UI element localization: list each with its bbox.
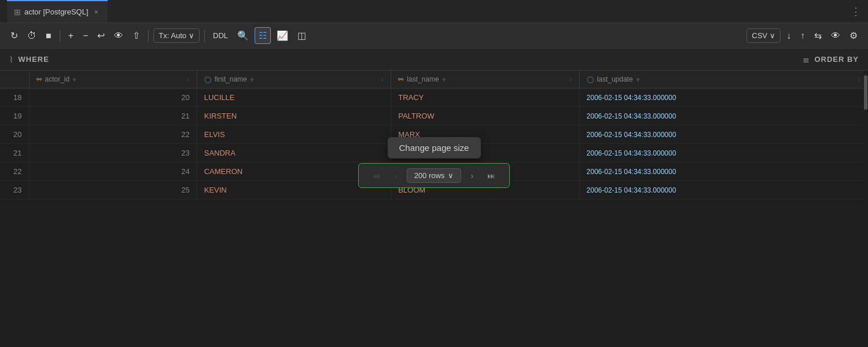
import-button[interactable]: ⇆ [811, 28, 825, 43]
last-name-filter-icon[interactable]: ▿ [443, 76, 446, 83]
pagination-overlay: Change page size ⏮ ‹ 200 rows ∨ › ⏭ [358, 137, 510, 188]
row-num-cell: 23 [0, 181, 29, 200]
last-page-button[interactable]: ⏭ [483, 169, 500, 183]
search-button[interactable]: 🔍 [234, 28, 252, 43]
order-icon: ≣ [803, 55, 810, 64]
col-header-first_name[interactable]: ◯ first_name ▿ ↕ [197, 71, 391, 88]
last-update-cell: 2006-02-15 04:34:33.000000 [579, 163, 867, 181]
order-by-label: ORDER BY [814, 55, 859, 64]
last-name-sort-icon[interactable]: ↕ [569, 76, 572, 83]
first-name-sort-icon[interactable]: ↕ [381, 76, 384, 83]
eye2-button[interactable]: 👁 [111, 28, 127, 43]
history-button[interactable]: ⏱ [24, 28, 40, 43]
actor-id-cell: 22 [29, 125, 197, 144]
tab-title: actor [PostgreSQL] [24, 8, 89, 16]
col-label-actor-id: actor_id [45, 75, 70, 83]
separator-1 [60, 30, 60, 42]
undo-button[interactable]: ↩ [94, 28, 108, 43]
last-update-sort-icon[interactable]: ↕ [858, 76, 860, 83]
vertical-scrollbar[interactable] [863, 71, 868, 200]
table-header-row: ⚯ actor_id ▿ ↕ ◯ first_name ▿ ↕ [0, 71, 868, 88]
upload-button[interactable]: ⇧ [129, 28, 144, 43]
refresh-button[interactable]: ↻ [7, 28, 21, 43]
download-button[interactable]: ↓ [783, 28, 795, 43]
settings-button[interactable]: ⚙ [846, 28, 861, 43]
last-update-filter-icon[interactable]: ▿ [637, 76, 639, 83]
csv-label: CSV [752, 31, 767, 40]
col-label-last-name: last_name [407, 75, 439, 83]
csv-dropdown[interactable]: CSV ∨ [746, 28, 781, 43]
last-name-cell: PALTROW [391, 107, 579, 125]
first-page-button[interactable]: ⏮ [368, 169, 385, 183]
table-row[interactable]: 19 21 KIRSTEN PALTROW 2006-02-15 04:34:3… [0, 107, 868, 125]
chart-button[interactable]: 📈 [273, 28, 292, 43]
first-name-cell: KIRSTEN [197, 107, 391, 125]
add-row-button[interactable]: + [65, 28, 77, 43]
next-page-button[interactable]: › [466, 169, 478, 183]
first-name-cell: LUCILLE [197, 88, 391, 107]
actor-id-cell: 21 [29, 107, 197, 125]
last-update-cell: 2006-02-15 04:34:33.000000 [579, 107, 867, 125]
view-button[interactable]: 👁 [827, 28, 844, 43]
tab-bar-more-button[interactable]: ⋮ [851, 5, 861, 18]
pagination-bar: ⏮ ‹ 200 rows ∨ › ⏭ [358, 163, 510, 188]
where-label: WHERE [19, 55, 49, 64]
actor-id-cell: 25 [29, 181, 197, 200]
actor-id-cell: 24 [29, 163, 197, 181]
actor-id-sort-icon[interactable]: ↕ [187, 76, 190, 83]
filter-icon: ⌇ [9, 55, 14, 64]
table-icon: ⊞ [14, 8, 21, 17]
remove-row-button[interactable]: − [79, 28, 91, 43]
col-label-first-name: first_name [215, 75, 247, 83]
order-by-section: ≣ ORDER BY [803, 55, 859, 64]
first-name-type-icon: ◯ [204, 76, 211, 83]
where-section: ⌇ WHERE [9, 55, 49, 64]
last-update-type-icon: ◯ [587, 76, 594, 83]
active-tab[interactable]: ⊞ actor [PostgreSQL] × [7, 0, 108, 23]
row-num-cell: 21 [0, 144, 29, 163]
grid-view-button[interactable]: ☷ [255, 27, 271, 44]
last-update-cell: 2006-02-15 04:34:33.000000 [579, 181, 867, 200]
separator-3 [204, 30, 205, 42]
first-name-filter-icon[interactable]: ▿ [251, 76, 253, 83]
scrollbar-thumb[interactable] [864, 75, 867, 110]
prev-page-button[interactable]: ‹ [390, 169, 402, 183]
page-size-chevron: ∨ [448, 171, 454, 180]
stop-button[interactable]: ■ [42, 28, 55, 43]
last-update-cell: 2006-02-15 04:34:33.000000 [579, 125, 867, 144]
separator-2 [148, 30, 149, 42]
actor-id-type-icon: ⚯ [36, 76, 42, 83]
col-header-last_name[interactable]: ⚯ last_name ▿ ↕ [391, 71, 579, 88]
col-header-rownum [0, 71, 29, 88]
toolbar: ↻ ⏱ ■ + − ↩ 👁 ⇧ Tx: Auto ∨ DDL 🔍 ☷ 📈 ◫ C… [0, 23, 868, 49]
col-label-last-update: last_update [597, 75, 633, 83]
actor-id-cell: 20 [29, 88, 197, 107]
page-size-label: 200 rows [414, 171, 445, 180]
ddl-button[interactable]: DDL [209, 29, 231, 42]
row-num-cell: 22 [0, 163, 29, 181]
table-row[interactable]: 18 20 LUCILLE TRACY 2006-02-15 04:34:33.… [0, 88, 868, 107]
tx-label: Tx: Auto [159, 31, 186, 40]
change-page-size-tooltip: Change page size [388, 137, 481, 158]
row-num-cell: 19 [0, 107, 29, 125]
row-num-cell: 18 [0, 88, 29, 107]
actor-id-filter-icon[interactable]: ▿ [73, 76, 76, 83]
monitor-button[interactable]: ◫ [294, 28, 310, 43]
tab-close-button[interactable]: × [92, 6, 101, 17]
last-name-type-icon: ⚯ [398, 76, 403, 83]
actor-id-cell: 23 [29, 144, 197, 163]
page-size-dropdown[interactable]: 200 rows ∨ [407, 168, 462, 183]
row-num-cell: 20 [0, 125, 29, 144]
last-name-cell: TRACY [391, 88, 579, 107]
last-update-cell: 2006-02-15 04:34:33.000000 [579, 88, 867, 107]
tx-dropdown[interactable]: Tx: Auto ∨ [153, 28, 200, 43]
last-update-cell: 2006-02-15 04:34:33.000000 [579, 144, 867, 163]
csv-chevron: ∨ [770, 31, 775, 40]
col-header-actor_id[interactable]: ⚯ actor_id ▿ ↕ [29, 71, 197, 88]
tab-bar: ⊞ actor [PostgreSQL] × ⋮ [0, 0, 868, 23]
tx-chevron: ∨ [189, 31, 194, 40]
export-button[interactable]: ↑ [797, 28, 808, 43]
col-header-last_update[interactable]: ◯ last_update ▿ ↕ [579, 71, 867, 88]
filter-bar: ⌇ WHERE ≣ ORDER BY [0, 49, 868, 71]
table-container: ⚯ actor_id ▿ ↕ ◯ first_name ▿ ↕ [0, 71, 868, 200]
